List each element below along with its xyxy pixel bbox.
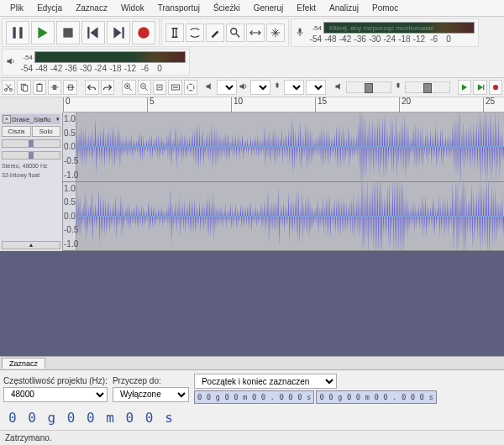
svg-point-5 (138, 27, 150, 39)
svg-rect-22 (483, 85, 484, 90)
rec-peak-l: -54 (307, 24, 322, 32)
record-volume-slider[interactable] (405, 81, 450, 93)
paste-button[interactable] (33, 80, 46, 95)
speaker-icon-dev (205, 81, 215, 93)
skip-start-button[interactable] (81, 21, 105, 44)
menu-analyze[interactable]: Analizuj (323, 2, 365, 14)
svg-point-23 (493, 85, 498, 90)
copy-button[interactable] (17, 80, 30, 95)
rec-meter-scale: -54-48-42-36-30-24-18-12-60 (307, 34, 458, 44)
menu-effect[interactable]: Efekt (290, 2, 323, 14)
pat-play-button[interactable] (458, 80, 471, 95)
svg-rect-0 (13, 27, 15, 39)
fit-selection-button[interactable] (153, 80, 166, 95)
pan-slider[interactable] (2, 151, 60, 160)
track-area: × Drake_Staffo ▾ Cisza Solo Stereo, 4800… (0, 113, 504, 369)
skip-end-button[interactable] (107, 21, 130, 44)
undo-button[interactable] (85, 80, 98, 95)
silence-button[interactable] (63, 80, 76, 95)
multi-tool[interactable] (266, 24, 285, 42)
transport-toolbar (2, 18, 160, 47)
project-rate-select[interactable]: 48000 (3, 387, 108, 402)
zoom-tool[interactable] (226, 24, 244, 42)
timeline-ruler[interactable]: 0510152025 (63, 97, 504, 113)
record-channels-select[interactable] (306, 80, 326, 95)
play-meter-toolbar: -54 -54-48-42-36-30-24-18-12-60 (2, 49, 190, 76)
selection-start-time[interactable]: 0 0 g 0 0 m 0 0 . 0 0 0 s (194, 390, 314, 404)
audio-position-display[interactable]: 0 0 g 0 0 m 0 0 s (3, 409, 180, 427)
record-meter[interactable]: Kliknij, aby rozpocząć monitorować (323, 22, 475, 34)
svg-rect-4 (123, 27, 124, 39)
pat-record-button[interactable] (489, 80, 502, 95)
menu-select[interactable]: Zaznacz (69, 2, 114, 14)
selection-end-time[interactable]: 0 0 g 0 0 m 0 0 . 0 0 0 s (316, 390, 436, 404)
menu-view[interactable]: Widok (114, 2, 151, 14)
zoom-in-button[interactable] (122, 80, 135, 95)
pat-loop-button[interactable] (473, 80, 486, 95)
edit-toolbar (0, 78, 504, 97)
stop-button[interactable] (56, 21, 80, 44)
playback-meter[interactable] (34, 51, 186, 63)
speaker-icon (6, 56, 16, 68)
snap-label: Przyczep do: (113, 376, 189, 385)
waveform-l-svg (76, 113, 504, 181)
selection-mode-select[interactable]: Początek i koniec zaznaczenia (194, 374, 337, 389)
svg-rect-20 (276, 83, 279, 88)
playback-device-select[interactable] (250, 80, 270, 95)
gain-slider[interactable] (2, 139, 60, 148)
solo-button[interactable]: Solo (32, 126, 61, 137)
speaker-out-icon (239, 81, 249, 93)
mute-button[interactable]: Cisza (2, 126, 31, 137)
mic-dev-icon (272, 81, 282, 93)
speaker-vol-icon (334, 81, 344, 93)
amplitude-ruler-r: 1.00.50.0-0.5-1.0 (63, 182, 76, 251)
track-close-button[interactable]: × (3, 115, 11, 123)
status-bar: Zatrzymano. (0, 430, 504, 445)
record-button[interactable] (132, 21, 155, 44)
track-rate-label: Stereo, 48000 Hz (2, 162, 60, 170)
record-device-select[interactable] (284, 80, 304, 95)
menu-bar: Plik Edycja Zaznacz Widok Transportuj Śc… (0, 0, 504, 17)
timeshift-tool[interactable] (246, 24, 265, 42)
draw-tool[interactable] (206, 24, 224, 42)
menu-edit[interactable]: Edycja (30, 2, 69, 14)
empty-track-area[interactable] (0, 251, 504, 356)
tab-select[interactable]: Zaznacz (2, 358, 45, 369)
svg-rect-2 (63, 28, 72, 37)
cut-button[interactable] (2, 80, 15, 95)
redo-button[interactable] (101, 80, 114, 95)
pause-button[interactable] (6, 21, 29, 44)
envelope-tool[interactable] (186, 24, 204, 42)
svg-rect-1 (19, 27, 22, 39)
status-text: Zatrzymano. (5, 433, 52, 442)
trim-button[interactable] (48, 80, 61, 95)
audio-host-select[interactable] (217, 80, 237, 95)
menu-file[interactable]: Plik (3, 2, 30, 14)
mic-icon (295, 27, 305, 39)
menu-generate[interactable]: Generuj (247, 2, 291, 14)
play-button[interactable] (31, 21, 55, 44)
project-rate-label: Częstotliwość projektu (Hz): (3, 376, 108, 385)
play-peak-l: -54 (18, 54, 33, 61)
zoom-out-button[interactable] (138, 80, 151, 95)
waveform-left-channel[interactable]: 1.00.50.0-0.5-1.0 (63, 113, 504, 182)
play-meter-scale: -54-48-42-36-30-24-18-12-60 (18, 64, 169, 73)
menu-help[interactable]: Pomoc (365, 2, 405, 14)
tab-bar: Zaznacz (0, 356, 504, 369)
track-name[interactable]: Drake_Staffo (12, 116, 55, 123)
waveform-display[interactable]: 1.00.50.0-0.5-1.0 1.00.50.0-0.5-1.0 (63, 113, 504, 251)
track-menu-button[interactable]: ▾ (56, 116, 60, 123)
waveform-right-channel[interactable]: 1.00.50.0-0.5-1.0 (63, 182, 504, 252)
menu-tracks[interactable]: Ścieżki (207, 2, 247, 14)
snap-select[interactable]: Wyłączone (113, 387, 189, 402)
zoom-toggle-button[interactable] (184, 80, 197, 95)
playback-volume-slider[interactable] (346, 81, 391, 93)
selection-tool[interactable] (165, 24, 184, 42)
svg-rect-3 (87, 27, 89, 39)
track-collapse-button[interactable]: ▲ (2, 241, 60, 249)
fit-project-button[interactable] (168, 80, 181, 95)
menu-transport[interactable]: Transportuj (151, 2, 207, 14)
audio-track: × Drake_Staffo ▾ Cisza Solo Stereo, 4800… (0, 113, 504, 251)
svg-point-6 (231, 29, 237, 34)
waveform-r-svg (76, 182, 504, 250)
